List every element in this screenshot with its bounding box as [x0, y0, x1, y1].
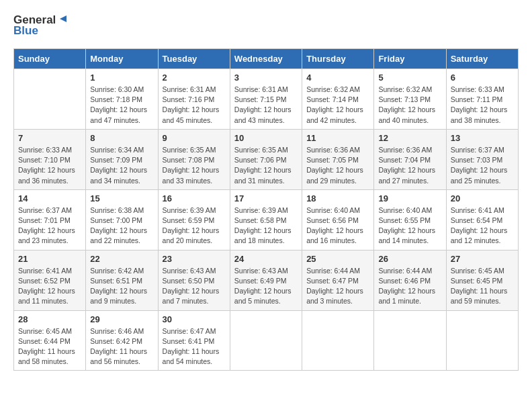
day-number: 3 — [234, 73, 298, 83]
calendar-cell: 22Sunrise: 6:42 AMSunset: 6:51 PMDayligh… — [86, 250, 158, 310]
calendar-cell: 10Sunrise: 6:35 AMSunset: 7:06 PMDayligh… — [230, 129, 302, 189]
calendar-cell: 3Sunrise: 6:31 AMSunset: 7:15 PMDaylight… — [230, 69, 302, 130]
day-info: Sunrise: 6:43 AMSunset: 6:49 PMDaylight:… — [234, 266, 298, 307]
day-info: Sunrise: 6:42 AMSunset: 6:51 PMDaylight:… — [90, 266, 153, 307]
day-info: Sunrise: 6:30 AMSunset: 7:18 PMDaylight:… — [90, 85, 153, 126]
calendar-cell: 26Sunrise: 6:44 AMSunset: 6:46 PMDayligh… — [374, 250, 446, 310]
calendar-cell: 11Sunrise: 6:36 AMSunset: 7:05 PMDayligh… — [302, 129, 374, 189]
day-number: 11 — [306, 133, 369, 143]
calendar-cell — [230, 310, 302, 371]
calendar-week-4: 21Sunrise: 6:41 AMSunset: 6:52 PMDayligh… — [14, 250, 519, 310]
day-number: 9 — [163, 133, 226, 143]
calendar-cell — [14, 69, 86, 130]
day-info: Sunrise: 6:45 AMSunset: 6:45 PMDaylight:… — [451, 266, 514, 307]
day-number: 4 — [306, 73, 369, 83]
day-info: Sunrise: 6:40 AMSunset: 6:55 PMDaylight:… — [378, 205, 441, 246]
calendar-cell: 27Sunrise: 6:45 AMSunset: 6:45 PMDayligh… — [446, 250, 518, 310]
day-number: 29 — [90, 314, 153, 324]
day-info: Sunrise: 6:31 AMSunset: 7:15 PMDaylight:… — [234, 85, 298, 126]
day-number: 21 — [18, 254, 81, 264]
day-info: Sunrise: 6:44 AMSunset: 6:47 PMDaylight:… — [306, 266, 369, 307]
day-number: 24 — [234, 254, 298, 264]
day-info: Sunrise: 6:32 AMSunset: 7:13 PMDaylight:… — [378, 85, 441, 126]
calendar-cell — [446, 310, 518, 371]
day-info: Sunrise: 6:38 AMSunset: 7:00 PMDaylight:… — [90, 205, 153, 246]
header-saturday: Saturday — [446, 49, 518, 69]
calendar-cell: 9Sunrise: 6:35 AMSunset: 7:08 PMDaylight… — [158, 129, 230, 189]
day-info: Sunrise: 6:33 AMSunset: 7:11 PMDaylight:… — [451, 85, 514, 126]
header-friday: Friday — [374, 49, 446, 69]
calendar-cell: 25Sunrise: 6:44 AMSunset: 6:47 PMDayligh… — [302, 250, 374, 310]
day-number: 6 — [451, 73, 514, 83]
day-info: Sunrise: 6:46 AMSunset: 6:42 PMDaylight:… — [90, 326, 153, 367]
calendar-cell: 15Sunrise: 6:38 AMSunset: 7:00 PMDayligh… — [86, 189, 158, 250]
calendar-cell: 7Sunrise: 6:33 AMSunset: 7:10 PMDaylight… — [14, 129, 86, 189]
day-number: 15 — [90, 193, 153, 203]
day-info: Sunrise: 6:44 AMSunset: 6:46 PMDaylight:… — [378, 266, 441, 307]
day-info: Sunrise: 6:39 AMSunset: 6:59 PMDaylight:… — [163, 205, 226, 246]
day-number: 26 — [378, 254, 441, 264]
day-number: 30 — [163, 314, 226, 324]
day-number: 17 — [234, 193, 298, 203]
header-monday: Monday — [86, 49, 158, 69]
calendar-cell: 19Sunrise: 6:40 AMSunset: 6:55 PMDayligh… — [374, 189, 446, 250]
calendar-cell: 29Sunrise: 6:46 AMSunset: 6:42 PMDayligh… — [86, 310, 158, 371]
day-info: Sunrise: 6:39 AMSunset: 6:58 PMDaylight:… — [234, 205, 298, 246]
day-number: 18 — [306, 193, 369, 203]
calendar-cell: 18Sunrise: 6:40 AMSunset: 6:56 PMDayligh… — [302, 189, 374, 250]
day-number: 28 — [18, 314, 81, 324]
calendar-cell — [302, 310, 374, 371]
calendar-cell: 13Sunrise: 6:37 AMSunset: 7:03 PMDayligh… — [446, 129, 518, 189]
calendar-cell: 8Sunrise: 6:34 AMSunset: 7:09 PMDaylight… — [86, 129, 158, 189]
day-info: Sunrise: 6:32 AMSunset: 7:14 PMDaylight:… — [306, 85, 369, 126]
day-number: 5 — [378, 73, 441, 83]
calendar-cell: 1Sunrise: 6:30 AMSunset: 7:18 PMDaylight… — [86, 69, 158, 130]
day-info: Sunrise: 6:31 AMSunset: 7:16 PMDaylight:… — [163, 85, 226, 126]
calendar-cell: 12Sunrise: 6:36 AMSunset: 7:04 PMDayligh… — [374, 129, 446, 189]
calendar-cell — [374, 310, 446, 371]
day-number: 19 — [378, 193, 441, 203]
calendar-cell: 21Sunrise: 6:41 AMSunset: 6:52 PMDayligh… — [14, 250, 86, 310]
day-info: Sunrise: 6:47 AMSunset: 6:41 PMDaylight:… — [163, 326, 226, 367]
calendar-week-3: 14Sunrise: 6:37 AMSunset: 7:01 PMDayligh… — [14, 189, 519, 250]
day-number: 10 — [234, 133, 298, 143]
calendar-week-5: 28Sunrise: 6:45 AMSunset: 6:44 PMDayligh… — [14, 310, 519, 371]
day-number: 20 — [451, 193, 514, 203]
day-number: 2 — [163, 73, 226, 83]
day-number: 8 — [90, 133, 153, 143]
calendar-cell: 14Sunrise: 6:37 AMSunset: 7:01 PMDayligh… — [14, 189, 86, 250]
header-thursday: Thursday — [302, 49, 374, 69]
day-number: 1 — [90, 73, 153, 83]
calendar-table: SundayMondayTuesdayWednesdayThursdayFrid… — [13, 48, 519, 371]
header-tuesday: Tuesday — [158, 49, 230, 69]
header-wednesday: Wednesday — [230, 49, 302, 69]
calendar-cell: 2Sunrise: 6:31 AMSunset: 7:16 PMDaylight… — [158, 69, 230, 130]
calendar-cell: 17Sunrise: 6:39 AMSunset: 6:58 PMDayligh… — [230, 189, 302, 250]
svg-marker-0 — [60, 15, 66, 22]
calendar-cell: 23Sunrise: 6:43 AMSunset: 6:50 PMDayligh… — [158, 250, 230, 310]
day-info: Sunrise: 6:43 AMSunset: 6:50 PMDaylight:… — [163, 266, 226, 307]
day-info: Sunrise: 6:36 AMSunset: 7:05 PMDaylight:… — [306, 145, 369, 186]
calendar-week-1: 1Sunrise: 6:30 AMSunset: 7:18 PMDaylight… — [14, 69, 519, 130]
day-info: Sunrise: 6:45 AMSunset: 6:44 PMDaylight:… — [18, 326, 81, 367]
calendar-cell: 20Sunrise: 6:41 AMSunset: 6:54 PMDayligh… — [446, 189, 518, 250]
day-number: 25 — [306, 254, 369, 264]
day-number: 14 — [18, 193, 81, 203]
calendar-cell: 30Sunrise: 6:47 AMSunset: 6:41 PMDayligh… — [158, 310, 230, 371]
day-info: Sunrise: 6:35 AMSunset: 7:08 PMDaylight:… — [163, 145, 226, 186]
day-info: Sunrise: 6:41 AMSunset: 6:54 PMDaylight:… — [451, 205, 514, 246]
calendar-cell: 28Sunrise: 6:45 AMSunset: 6:44 PMDayligh… — [14, 310, 86, 371]
day-number: 7 — [18, 133, 81, 143]
day-info: Sunrise: 6:41 AMSunset: 6:52 PMDaylight:… — [18, 266, 81, 307]
calendar-cell: 4Sunrise: 6:32 AMSunset: 7:14 PMDaylight… — [302, 69, 374, 130]
logo-svg: General Blue — [13, 13, 69, 38]
day-info: Sunrise: 6:40 AMSunset: 6:56 PMDaylight:… — [306, 205, 369, 246]
day-info: Sunrise: 6:37 AMSunset: 7:01 PMDaylight:… — [18, 205, 81, 246]
day-number: 13 — [451, 133, 514, 143]
day-number: 12 — [378, 133, 441, 143]
day-info: Sunrise: 6:34 AMSunset: 7:09 PMDaylight:… — [90, 145, 153, 186]
day-number: 27 — [451, 254, 514, 264]
calendar-cell: 5Sunrise: 6:32 AMSunset: 7:13 PMDaylight… — [374, 69, 446, 130]
day-info: Sunrise: 6:33 AMSunset: 7:10 PMDaylight:… — [18, 145, 81, 186]
header-sunday: Sunday — [14, 49, 86, 69]
